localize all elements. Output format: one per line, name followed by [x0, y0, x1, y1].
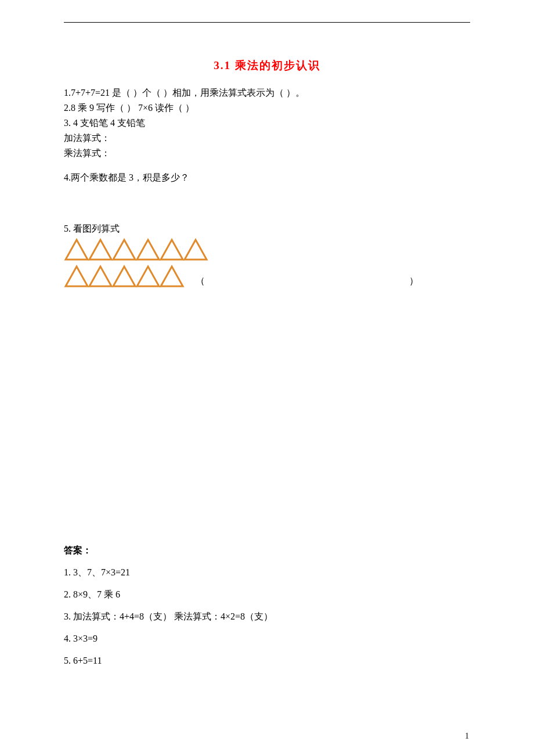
questions-block: 1.7+7+7=21 是（ ）个（ ）相加，用乘法算式表示为（ ）。 2.8 乘…: [64, 86, 470, 288]
triangle-icon: [159, 238, 185, 261]
question-3-addition-label: 加法算式：: [64, 131, 470, 145]
answer-1: 1. 3、7、7×3=21: [64, 566, 470, 579]
svg-marker-5: [185, 240, 207, 260]
triangle-icon: [88, 238, 113, 261]
answer-2: 2. 8×9、7 乘 6: [64, 588, 470, 602]
svg-marker-6: [66, 267, 88, 286]
question-3-line1: 3. 4 支铅笔 4 支铅笔: [64, 116, 470, 130]
answer-3: 3. 加法算式：4+4=8（支） 乘法算式：4×2=8（支）: [64, 610, 470, 624]
triangle-icon: [88, 265, 113, 288]
question-1: 1.7+7+7=21 是（ ）个（ ）相加，用乘法算式表示为（ ）。: [64, 86, 470, 100]
svg-marker-8: [113, 267, 135, 286]
answer-5: 5. 6+5=11: [64, 654, 470, 668]
triangle-icon: [111, 238, 137, 261]
svg-marker-10: [161, 267, 183, 286]
svg-marker-9: [137, 267, 159, 286]
triangle-icon: [183, 238, 208, 261]
svg-marker-1: [89, 240, 111, 260]
question-3-multiplication-label: 乘法算式：: [64, 146, 470, 160]
triangle-row-2: （ ）: [64, 265, 470, 288]
answers-block: 1. 3、7、7×3=21 2. 8×9、7 乘 6 3. 加法算式：4+4=8…: [64, 566, 470, 668]
question-4: 4.两个乘数都是 3，积是多少？: [64, 171, 470, 185]
question-2: 2.8 乘 9 写作（ ） 7×6 读作（ ）: [64, 101, 470, 115]
svg-marker-0: [66, 240, 88, 260]
page-number: 1: [465, 730, 469, 742]
triangle-icon: [135, 238, 161, 261]
answer-blank-parentheses: （ ）: [196, 274, 418, 288]
triangle-icon: [135, 265, 161, 288]
svg-marker-2: [113, 240, 135, 260]
triangle-icon: [159, 265, 185, 288]
svg-marker-7: [89, 267, 111, 286]
svg-marker-4: [161, 240, 183, 260]
question-5-header: 5. 看图列算式: [64, 222, 470, 236]
triangle-icon: [64, 265, 89, 288]
document-title: 3.1 乘法的初步认识: [64, 57, 470, 74]
answer-4: 4. 3×3=9: [64, 632, 470, 646]
document-page: 3.1 乘法的初步认识 1.7+7+7=21 是（ ）个（ ）相加，用乘法算式表…: [0, 0, 534, 756]
top-rule: [64, 22, 470, 23]
svg-marker-3: [137, 240, 159, 260]
triangle-icon: [111, 265, 137, 288]
triangle-figure: （ ）: [64, 238, 470, 288]
triangle-icon: [64, 238, 89, 261]
triangle-row-1: [64, 238, 470, 261]
answers-heading: 答案：: [64, 543, 470, 557]
